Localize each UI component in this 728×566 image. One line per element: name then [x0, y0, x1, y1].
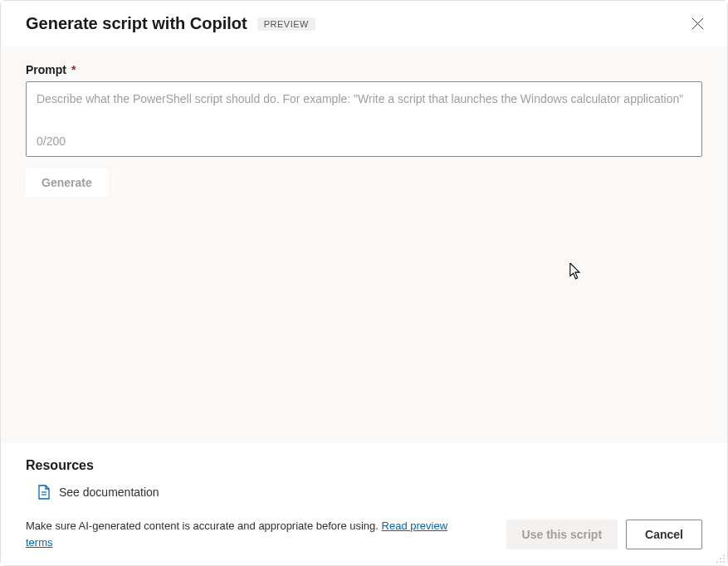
- close-icon: [691, 17, 704, 30]
- documentation-link[interactable]: See documentation: [37, 485, 702, 500]
- prompt-label-text: Prompt: [26, 63, 66, 76]
- footer-row: Make sure AI-generated content is accura…: [26, 518, 702, 550]
- prompt-label: Prompt *: [26, 63, 702, 76]
- footer-buttons: Use this script Cancel: [506, 520, 702, 549]
- prompt-input[interactable]: [37, 90, 691, 124]
- svg-point-2: [723, 554, 725, 556]
- cancel-button[interactable]: Cancel: [626, 520, 702, 549]
- svg-point-4: [723, 558, 725, 559]
- required-indicator: *: [71, 63, 76, 76]
- resources-heading: Resources: [26, 458, 702, 473]
- char-counter: 0/200: [37, 134, 691, 148]
- header-left: Generate script with Copilot PREVIEW: [26, 14, 315, 33]
- svg-point-3: [720, 558, 721, 559]
- dialog-footer: Resources See documentation Make sure AI…: [1, 443, 727, 565]
- svg-point-5: [716, 561, 718, 563]
- svg-point-6: [720, 561, 721, 563]
- prompt-textarea-container: 0/200: [26, 81, 702, 157]
- dialog-main: Prompt * 0/200 Generate: [1, 46, 727, 443]
- svg-point-7: [723, 561, 725, 563]
- disclaimer-text: Make sure AI-generated content is accura…: [26, 518, 493, 550]
- disclaimer-before: Make sure AI-generated content is accura…: [26, 520, 382, 532]
- preview-badge: PREVIEW: [257, 17, 315, 31]
- resize-grip-icon[interactable]: [716, 554, 726, 564]
- close-button[interactable]: [688, 14, 707, 33]
- dialog-header: Generate script with Copilot PREVIEW: [1, 1, 727, 46]
- copilot-script-dialog: Generate script with Copilot PREVIEW Pro…: [0, 0, 728, 566]
- documentation-link-text: See documentation: [59, 485, 159, 499]
- generate-button[interactable]: Generate: [26, 168, 108, 197]
- use-script-button[interactable]: Use this script: [506, 520, 618, 549]
- dialog-title: Generate script with Copilot: [26, 14, 247, 33]
- document-icon: [37, 485, 51, 500]
